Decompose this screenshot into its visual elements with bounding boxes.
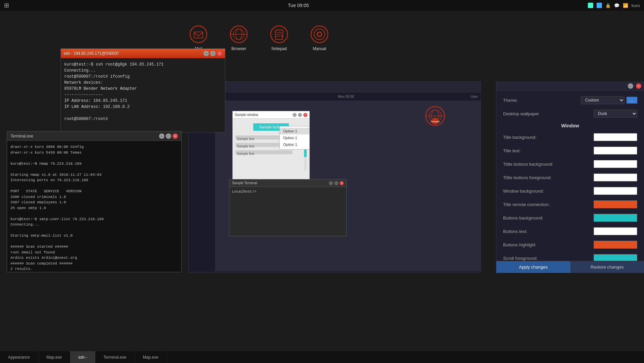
color-label-1: Title text: bbox=[503, 148, 594, 153]
t-line: PORT STATE SERVICE VERSION bbox=[10, 189, 178, 194]
desktop-icon-manual[interactable]: Manual bbox=[309, 24, 330, 51]
ssh-close-btn[interactable]: ✕ bbox=[217, 51, 222, 56]
top-bar-right: 🔒 💬 📶 kuro bbox=[588, 3, 640, 8]
color-swatch-7[interactable] bbox=[594, 227, 637, 235]
sys-icon-chat: 💬 bbox=[614, 3, 619, 8]
terminal-title: Terminal.exe bbox=[10, 134, 33, 138]
taskbar-terminalexe[interactable]: Terminal.exe bbox=[96, 351, 135, 363]
ssh-line-6: ---------------- bbox=[64, 92, 222, 98]
settings-minimize-btn[interactable]: ─ bbox=[628, 83, 633, 89]
t-line bbox=[10, 166, 178, 172]
ssh-titlebar: ssh - 194.85.245.171@500007 ─ □ ✕ bbox=[61, 49, 225, 58]
st-maximize[interactable]: □ bbox=[334, 181, 338, 185]
t-line bbox=[10, 183, 178, 189]
theme-dots-btn[interactable]: ... bbox=[627, 97, 637, 104]
t-line: ###### Scan started ###### bbox=[10, 244, 178, 250]
sample-terminal-controls: ─ □ ✕ bbox=[329, 181, 344, 185]
terminal-maximize-btn[interactable]: □ bbox=[166, 133, 171, 139]
color-label-4: Window background: bbox=[503, 189, 594, 194]
color-row-6: Buttons background: bbox=[503, 214, 637, 222]
desktop-icon-mail[interactable]: Mail bbox=[188, 24, 209, 51]
restore-changes-btn[interactable]: Restore changes bbox=[570, 261, 644, 273]
color-swatch-5[interactable] bbox=[594, 200, 637, 208]
context-item-3[interactable]: Option 1 bbox=[280, 141, 309, 148]
grid-icon[interactable]: ⊞ bbox=[4, 2, 9, 9]
t-line: Starting smtp-mail-list v1.0 bbox=[10, 233, 178, 239]
sample-terminal-prompt: Localhost/> bbox=[232, 190, 257, 194]
taskbar-mapexe1[interactable]: Map.exe bbox=[38, 351, 70, 363]
t-line bbox=[10, 239, 178, 244]
sys-icon-2 bbox=[597, 3, 602, 8]
taskbar-mapexe2-label: Map.exe bbox=[143, 355, 158, 360]
color-swatch-6[interactable] bbox=[594, 214, 637, 222]
ssh-line-9 bbox=[64, 110, 222, 116]
preview-desktop: ⊞ Mon 00:00 User Sample bbox=[216, 92, 481, 271]
apply-changes-btn[interactable]: Apply changes bbox=[496, 261, 570, 273]
desktop: Mail Browser bbox=[0, 11, 644, 351]
context-item-1[interactable]: Option 1 bbox=[280, 128, 309, 134]
sample-minimize[interactable]: ─ bbox=[293, 113, 297, 117]
t-line bbox=[10, 155, 178, 161]
color-label-6: Buttons background: bbox=[503, 215, 594, 220]
sample-close[interactable]: ✕ bbox=[303, 113, 307, 117]
manual-icon bbox=[309, 24, 330, 44]
ssh-maximize-btn[interactable]: □ bbox=[210, 51, 216, 56]
taskbar-mapexe1-label: Map.exe bbox=[46, 355, 62, 360]
terminal-close-btn[interactable]: ✕ bbox=[173, 133, 178, 139]
taskbar-ssh-label: ssh - bbox=[78, 355, 87, 360]
svg-rect-7 bbox=[275, 30, 283, 39]
taskbar-mapexe2[interactable]: Map.exe bbox=[135, 351, 167, 363]
st-minimize[interactable]: ─ bbox=[329, 181, 333, 185]
t-line: ###### Scan completed ###### bbox=[10, 261, 178, 267]
theme-select[interactable]: Custom bbox=[581, 96, 624, 104]
svg-point-14 bbox=[318, 33, 321, 36]
ssh-minimize-btn[interactable]: ─ bbox=[203, 51, 209, 56]
color-row-8: Buttons highlight bbox=[503, 241, 637, 249]
wallpaper-row: Desktop wallpaper Dusk bbox=[503, 110, 637, 118]
t-line: kuro@test:~$ smtp-user-list 79.223.218.1… bbox=[10, 216, 178, 222]
terminal-minimize-btn[interactable]: ─ bbox=[159, 133, 164, 139]
color-row-2: Tittle buttons background: bbox=[503, 160, 637, 168]
t-line bbox=[10, 272, 178, 272]
t-line: drwxr-xr-x kuro 5439 00:00 Temas bbox=[10, 150, 178, 156]
color-label-9: Scroll foreground: bbox=[503, 256, 594, 261]
svg-rect-1 bbox=[194, 32, 203, 38]
color-swatch-3[interactable] bbox=[594, 173, 637, 182]
taskbar-appearance[interactable]: Appearance bbox=[0, 351, 38, 363]
browser-icon bbox=[229, 24, 249, 44]
top-bar-datetime: Tue 09:05 bbox=[288, 3, 309, 8]
t-line: 3307 closed employees 1.0 bbox=[10, 200, 178, 205]
top-bar-user: kuro bbox=[632, 3, 640, 8]
wallpaper-value-group: Dusk bbox=[594, 110, 637, 118]
color-label-0: Title background: bbox=[503, 135, 594, 140]
sys-icon-lock: 🔒 bbox=[605, 3, 611, 8]
ssh-line-1: kuro@test:~$ ssh root@g8gk 194.85.245.17… bbox=[64, 62, 222, 68]
color-swatch-2[interactable] bbox=[594, 160, 637, 168]
taskbar-ssh[interactable]: ssh - bbox=[70, 351, 96, 363]
ssh-line-4: Network devices: bbox=[64, 80, 222, 86]
t-line: 2 results. bbox=[10, 266, 178, 272]
color-swatch-1[interactable] bbox=[594, 147, 637, 155]
t-line: kuro@test:~$ nmap 79.223.218.189 bbox=[10, 161, 178, 167]
color-label-5: Title remote connection: bbox=[503, 202, 594, 207]
terminal-titlebar: Terminal.exe ─ □ ✕ bbox=[7, 131, 181, 141]
settings-panel: ─ ✕ Theme: Custom ... Desktop wallpaper bbox=[496, 81, 644, 273]
color-swatch-4[interactable] bbox=[594, 187, 637, 195]
desktop-icon-notepad[interactable]: Notepad bbox=[269, 24, 289, 51]
color-label-7: Buttons text: bbox=[503, 229, 594, 234]
st-close[interactable]: ✕ bbox=[340, 181, 344, 185]
color-swatch-0[interactable] bbox=[594, 133, 637, 141]
mail-icon bbox=[188, 24, 209, 44]
ssh-win-controls: ─ □ ✕ bbox=[203, 51, 222, 56]
sample-maximize[interactable]: □ bbox=[298, 113, 302, 117]
desktop-icon-browser[interactable]: Browser bbox=[229, 24, 249, 51]
appearance-content: ⊞ Mon 00:00 User Sample bbox=[216, 92, 481, 271]
color-row-0: Title background: bbox=[503, 133, 637, 141]
color-swatch-8[interactable] bbox=[594, 241, 637, 249]
appearance-panel: Appearance ⊞ Mon 00:00 User bbox=[188, 81, 481, 273]
context-item-2[interactable]: Option 1 bbox=[280, 134, 309, 141]
ssh-line-5: 85978LM Bender Network Adapter bbox=[64, 86, 222, 92]
wallpaper-select[interactable]: Dusk bbox=[594, 110, 637, 118]
settings-close-btn[interactable]: ✕ bbox=[636, 83, 641, 89]
sample-titlebar: Sample window ─ □ ✕ bbox=[233, 111, 309, 119]
